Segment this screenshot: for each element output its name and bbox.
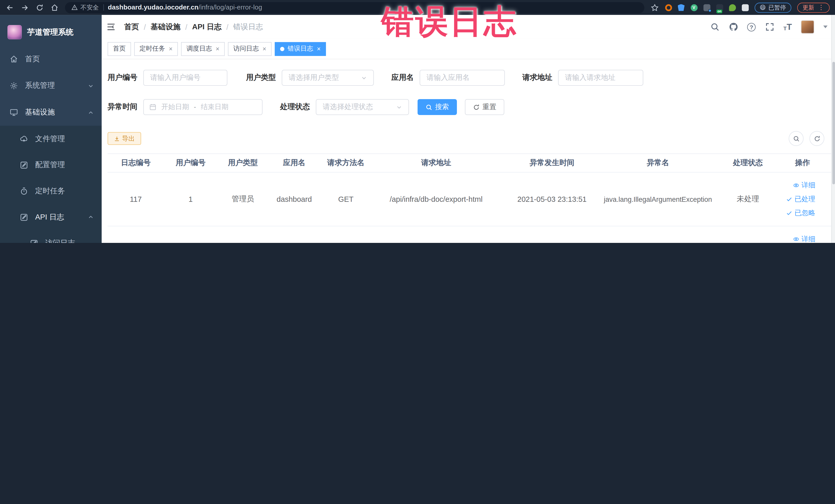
active-dot (280, 47, 284, 51)
not-secure-warning[interactable]: 不安全 (72, 3, 99, 11)
sidebar-item-label: 配置管理 (35, 160, 65, 169)
tab-error-log[interactable]: 错误日志× (275, 42, 326, 56)
refresh-table-button[interactable] (809, 131, 824, 146)
gear-icon (9, 81, 18, 90)
table-tools (789, 131, 829, 146)
scrollbar[interactable] (831, 15, 835, 243)
extension-icon-shield[interactable] (678, 4, 685, 11)
extension-icon-vue[interactable]: V (691, 4, 697, 11)
reload-icon[interactable] (35, 3, 44, 12)
mark-processed-link[interactable]: 已处理 (786, 194, 815, 204)
app-logo (7, 25, 22, 39)
update-button[interactable]: 更新 ⋮ (797, 2, 830, 12)
error-log-table: 日志编号 用户编号 用户类型 应用名 请求方法名 请求地址 异常发生时间 异常名… (107, 153, 831, 243)
breadcrumb-item[interactable]: 首页 (124, 22, 139, 32)
user-type-label: 用户类型 (246, 73, 276, 82)
sidebar-item-scheduled-jobs[interactable]: 定时任务 (0, 178, 102, 204)
process-status-label: 处理状态 (280, 102, 310, 112)
bookmark-star-icon[interactable] (650, 3, 659, 12)
help-icon[interactable]: ? (747, 23, 756, 31)
sidebar-item-file-management[interactable]: 文件管理 (0, 126, 102, 152)
github-icon[interactable] (729, 22, 738, 32)
chevron-up-icon (88, 214, 94, 220)
collapse-menu-icon[interactable] (106, 22, 117, 32)
eye-icon (793, 182, 799, 189)
paused-badge[interactable]: 😄 已暂停 (754, 2, 791, 12)
tab-scheduled-jobs[interactable]: 定时任务× (134, 42, 178, 56)
search-icon[interactable] (710, 22, 719, 32)
back-icon[interactable] (5, 3, 14, 12)
mark-ignored-link[interactable]: 已忽略 (786, 208, 815, 218)
col-log-id: 日志编号 (107, 158, 164, 168)
filter-row-2: 异常时间 开始日期 - 结束日期 处理状态 请选择处理状态 搜索 (107, 99, 829, 115)
page-content: 用户编号 请输入用户编号 用户类型 请选择用户类型 应用名 请输入应用名 请求地… (102, 59, 835, 243)
extensions-puzzle-icon[interactable] (741, 4, 749, 11)
calendar-icon (149, 103, 157, 110)
sidebar-item-label: 文件管理 (35, 134, 65, 143)
home-icon (9, 55, 18, 63)
tab-access-log[interactable]: 访问日志× (228, 42, 271, 56)
app-logo-row[interactable]: 芋道管理系统 (0, 15, 102, 44)
user-menu-caret-icon[interactable] (823, 26, 828, 28)
font-size-icon[interactable]: TT (783, 23, 792, 31)
close-icon[interactable]: × (317, 45, 321, 52)
breadcrumb-separator: / (226, 23, 228, 31)
request-url-label: 请求地址 (522, 73, 552, 82)
fullscreen-icon[interactable] (765, 22, 774, 32)
toggle-search-button[interactable] (789, 131, 804, 146)
reset-button[interactable]: 重置 (465, 99, 504, 115)
sidebar-item-label: 系统管理 (25, 81, 55, 90)
close-icon[interactable]: × (263, 45, 266, 52)
cell-exception-name: java.lang.IllegalArgumentException (604, 195, 713, 203)
extension-icon-orange[interactable] (665, 4, 672, 11)
cell-user-id: 1 (164, 195, 217, 203)
browser-menu-icon[interactable]: ⋮ (818, 4, 824, 11)
app-name-label: 应用名 (391, 73, 414, 82)
forward-icon[interactable] (20, 3, 29, 12)
extension-icon-grid[interactable] (703, 4, 710, 11)
help-glyph: ? (750, 24, 753, 30)
breadcrumb-item[interactable]: 基础设施 (151, 22, 180, 32)
sidebar-item-infrastructure[interactable]: 基础设施 (0, 99, 102, 126)
export-button[interactable]: 导出 (107, 132, 141, 145)
chevron-down-icon (88, 83, 94, 89)
user-id-input[interactable]: 请输入用户编号 (143, 70, 227, 86)
cloud-upload-icon (20, 135, 28, 143)
search-icon (426, 104, 432, 110)
topbar: 首页 / 基础设施 / API 日志 / 错误日志 ? (102, 15, 835, 39)
sidebar-item-access-log[interactable]: 访问日志 (0, 230, 102, 243)
app-name-input[interactable]: 请输入应用名 (420, 70, 505, 86)
process-status-select[interactable]: 请选择处理状态 (316, 99, 409, 115)
sidebar-item-api-log[interactable]: API 日志 (0, 204, 102, 230)
edit-square-icon (20, 213, 28, 221)
breadcrumb-item-current: 错误日志 (233, 22, 263, 32)
check-icon (786, 210, 792, 216)
close-icon[interactable]: × (169, 45, 173, 52)
exception-time-range-picker[interactable]: 开始日期 - 结束日期 (143, 99, 263, 115)
sidebar-item-system[interactable]: 系统管理 (0, 73, 102, 99)
browser-toolbar: 不安全 dashboard.yudao.iocoder.cn/infra/log… (0, 0, 835, 15)
breadcrumb-item[interactable]: API 日志 (192, 22, 222, 32)
chevron-up-icon (88, 109, 94, 115)
home-icon[interactable] (50, 3, 59, 12)
detail-link[interactable]: 详细 (793, 181, 815, 190)
exception-time-label: 异常时间 (107, 102, 137, 112)
tab-home[interactable]: 首页 (107, 42, 131, 56)
request-url-input[interactable]: 请输入请求地址 (558, 70, 643, 86)
search-button[interactable]: 搜索 (418, 99, 457, 115)
detail-link[interactable]: 详细 (793, 235, 815, 243)
col-app-name: 应用名 (268, 158, 320, 168)
sidebar-item-home[interactable]: 首页 (0, 46, 102, 73)
sidebar-menu: 首页 系统管理 基础设施 文件管理 (0, 44, 102, 243)
extension-icon-switch[interactable]: on (716, 4, 723, 11)
start-date-placeholder: 开始日期 (161, 102, 189, 112)
sidebar-item-config-management[interactable]: 配置管理 (0, 152, 102, 178)
address-bar[interactable]: 不安全 dashboard.yudao.iocoder.cn/infra/log… (65, 2, 644, 13)
tab-schedule-log[interactable]: 调度日志× (181, 42, 225, 56)
user-type-select[interactable]: 请选择用户类型 (282, 70, 374, 86)
avatar[interactable] (801, 20, 814, 34)
scrollbar-thumb[interactable] (832, 62, 835, 184)
cell-app-name: dashboard (268, 195, 320, 203)
close-icon[interactable]: × (216, 45, 220, 52)
extension-icon-leaf[interactable] (729, 4, 736, 11)
